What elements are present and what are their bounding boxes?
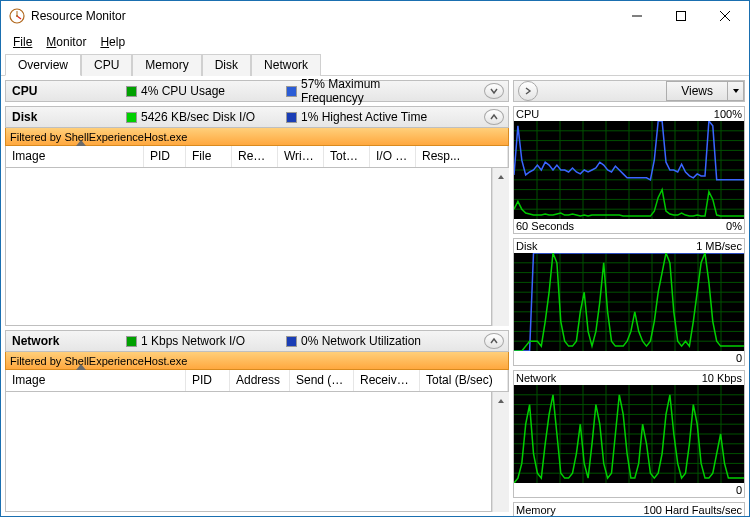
window-title: Resource Monitor: [31, 9, 615, 23]
network-chart-box: Network10 Kbps 0: [513, 370, 745, 498]
close-button[interactable]: [703, 2, 747, 30]
tab-disk[interactable]: Disk: [202, 54, 251, 76]
col-write[interactable]: Write...: [278, 146, 324, 167]
cpu-freq-metric: 57% Maximum Frequencyy: [286, 77, 446, 105]
sort-caret-icon: [76, 140, 86, 146]
network-chart-max: 10 Kbps: [702, 372, 742, 384]
col-total[interactable]: Total ...: [324, 146, 370, 167]
network-collapse-button[interactable]: [484, 333, 504, 349]
scroll-up-icon[interactable]: [493, 392, 509, 409]
col-pid[interactable]: PID: [144, 146, 186, 167]
col-iopr[interactable]: I/O Pr...: [370, 146, 416, 167]
menu-file[interactable]: File: [7, 33, 38, 51]
col-read[interactable]: Read ...: [232, 146, 278, 167]
network-chart-xright: 0: [736, 484, 742, 496]
tab-memory[interactable]: Memory: [132, 54, 201, 76]
col-image[interactable]: Image: [6, 370, 186, 391]
maximize-button[interactable]: [659, 2, 703, 30]
col-pid[interactable]: PID: [186, 370, 230, 391]
cpu-chart: [514, 121, 744, 219]
menu-help[interactable]: Help: [94, 33, 131, 51]
memory-chart-box: Memory100 Hard Faults/sec: [513, 502, 745, 516]
disk-chart-title: Disk: [516, 240, 537, 252]
cpu-section-title: CPU: [6, 84, 126, 98]
network-chart-title: Network: [516, 372, 556, 384]
memory-chart-max: 100 Hard Faults/sec: [644, 504, 742, 516]
col-send[interactable]: Send (B/s...: [290, 370, 354, 391]
col-resp[interactable]: Resp...: [416, 146, 508, 167]
disk-chart-xright: 0: [736, 352, 742, 364]
disk-io-swatch: [126, 112, 137, 123]
cpu-expand-button[interactable]: [484, 83, 504, 99]
right-collapse-button[interactable]: [518, 81, 538, 101]
views-dropdown-icon[interactable]: [728, 81, 744, 101]
views-button[interactable]: Views: [666, 81, 744, 101]
col-total[interactable]: Total (B/sec): [420, 370, 508, 391]
network-scrollbar[interactable]: [492, 392, 509, 512]
cpu-section-header[interactable]: CPU 4% CPU Usage 57% Maximum Frequencyy: [5, 80, 509, 102]
cpu-chart-title: CPU: [516, 108, 539, 120]
cpu-chart-box: CPU100% 60 Seconds0%: [513, 106, 745, 234]
scroll-up-icon[interactable]: [493, 168, 509, 185]
disk-io-metric: 5426 KB/sec Disk I/O: [126, 110, 286, 124]
sort-caret-icon: [76, 364, 86, 370]
cpu-chart-xright: 0%: [726, 220, 742, 232]
col-address[interactable]: Address: [230, 370, 290, 391]
tab-network[interactable]: Network: [251, 54, 321, 76]
menu-bar: File Monitor Help: [1, 31, 749, 53]
network-io-metric: 1 Kbps Network I/O: [126, 334, 286, 348]
right-pane: Views CPU100% 60 Seconds0% Disk1 MB/sec …: [513, 76, 749, 516]
disk-table-header: Image PID File Read ... Write... Total .…: [5, 146, 509, 168]
disk-chart-box: Disk1 MB/sec 0: [513, 238, 745, 366]
network-table-header: Image PID Address Send (B/s... Receive (…: [5, 370, 509, 392]
svg-rect-3: [677, 12, 686, 21]
cpu-usage-metric: 4% CPU Usage: [126, 84, 286, 98]
app-icon: [9, 8, 25, 24]
minimize-button[interactable]: [615, 2, 659, 30]
tab-overview[interactable]: Overview: [5, 54, 81, 76]
network-util-metric: 0% Network Utilization: [286, 334, 446, 348]
views-button-label[interactable]: Views: [666, 81, 728, 101]
network-util-swatch: [286, 336, 297, 347]
network-section-title: Network: [6, 334, 126, 348]
menu-monitor[interactable]: Monitor: [40, 33, 92, 51]
disk-active-metric: 1% Highest Active Time: [286, 110, 446, 124]
network-chart: [514, 385, 744, 483]
left-pane: CPU 4% CPU Usage 57% Maximum Frequencyy …: [1, 76, 513, 516]
cpu-freq-swatch: [286, 86, 297, 97]
disk-scrollbar[interactable]: [492, 168, 509, 326]
disk-chart-max: 1 MB/sec: [696, 240, 742, 252]
tab-strip: Overview CPU Memory Disk Network: [1, 53, 749, 76]
svg-point-1: [16, 15, 18, 17]
cpu-chart-xleft: 60 Seconds: [516, 220, 574, 232]
disk-chart: [514, 253, 744, 351]
col-image[interactable]: Image: [6, 146, 144, 167]
disk-active-swatch: [286, 112, 297, 123]
memory-chart-title: Memory: [516, 504, 556, 516]
disk-table-body: [5, 168, 492, 326]
col-receive[interactable]: Receive (B...: [354, 370, 420, 391]
col-file[interactable]: File: [186, 146, 232, 167]
cpu-usage-swatch: [126, 86, 137, 97]
network-io-swatch: [126, 336, 137, 347]
network-section-header[interactable]: Network 1 Kbps Network I/O 0% Network Ut…: [5, 330, 509, 352]
disk-collapse-button[interactable]: [484, 109, 504, 125]
disk-section-title: Disk: [6, 110, 126, 124]
cpu-chart-max: 100%: [714, 108, 742, 120]
tab-cpu[interactable]: CPU: [81, 54, 132, 76]
disk-section-header[interactable]: Disk 5426 KB/sec Disk I/O 1% Highest Act…: [5, 106, 509, 128]
network-table-body: [5, 392, 492, 512]
right-header: Views: [513, 80, 745, 102]
title-bar: Resource Monitor: [1, 1, 749, 31]
